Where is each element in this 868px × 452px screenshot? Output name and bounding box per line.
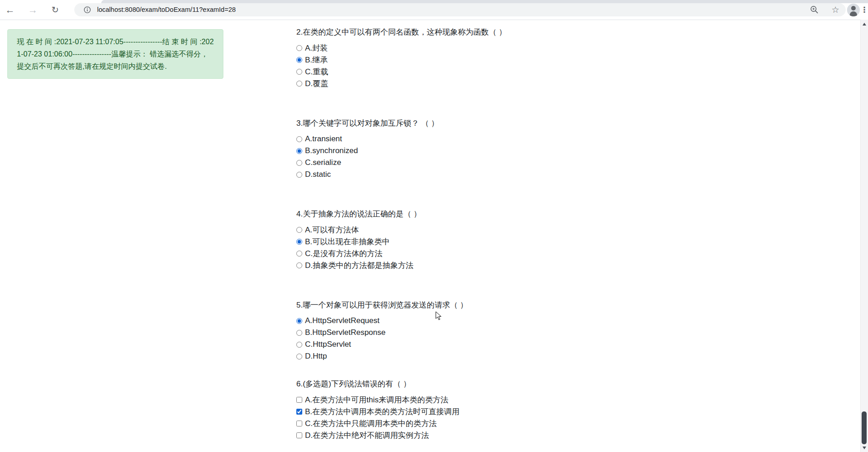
question-block: 3.哪个关键字可以对对象加互斥锁？ （ ） A.transient B.sync… xyxy=(296,118,439,180)
answer-option[interactable]: D.覆盖 xyxy=(296,77,506,89)
question-block: 2.在类的定义中可以有两个同名函数，这种现象称为函数（ ） A.封装 B.继承 … xyxy=(296,26,506,89)
question-block: 4.关于抽象方法的说法正确的是（ ） A.可以有方法体 B.可以出现在非抽象类中… xyxy=(296,208,421,271)
option-label: B.synchronized xyxy=(305,146,358,155)
forward-icon[interactable]: → xyxy=(25,0,41,20)
option-radio[interactable] xyxy=(296,330,302,336)
option-label: C.serialize xyxy=(305,158,341,167)
option-label: B.继承 xyxy=(305,55,328,65)
question-block: 5.哪一个对象可以用于获得浏览器发送的请求（ ） A.HttpServletRe… xyxy=(296,299,468,362)
question-options: A.transient B.synchronized C.serialize D… xyxy=(296,133,439,180)
question-options: A.在类方法中可用this来调用本类的类方法 B.在类方法中调用本类的类方法时可… xyxy=(296,394,460,441)
option-label: D.覆盖 xyxy=(305,78,328,89)
question-block: 6.(多选题)下列说法错误的有（ ） A.在类方法中可用this来调用本类的类方… xyxy=(296,378,460,441)
answer-option[interactable]: D.Http xyxy=(296,350,468,362)
option-label: D.抽象类中的方法都是抽象方法 xyxy=(305,260,413,271)
question-title: 4.关于抽象方法的说法正确的是（ ） xyxy=(296,208,421,220)
option-radio[interactable] xyxy=(296,136,302,142)
answer-option[interactable]: C.HttpServlet xyxy=(296,339,468,350)
option-label: B.HttpServletResponse xyxy=(305,328,386,337)
option-label: B.可以出现在非抽象类中 xyxy=(305,236,390,247)
browser-menu-icon[interactable]: ⋮ xyxy=(861,0,868,20)
option-checkbox[interactable] xyxy=(296,397,302,403)
scrollbar-thumb[interactable] xyxy=(862,411,867,444)
option-label: B.在类方法中调用本类的类方法时可直接调用 xyxy=(305,406,460,417)
exam-time-notice: 现 在 时 间 :2021-07-23 11:07:05------------… xyxy=(7,29,223,79)
zoom-icon[interactable] xyxy=(810,5,819,16)
answer-option[interactable]: D.static xyxy=(296,169,439,180)
option-radio[interactable] xyxy=(296,69,302,75)
option-radio[interactable] xyxy=(296,81,302,87)
option-radio[interactable] xyxy=(296,172,302,178)
option-label: C.是没有方法体的方法 xyxy=(305,248,382,259)
address-bar[interactable]: localhost:8080/exam/toDoExam/11?examId=2… xyxy=(74,3,846,16)
answer-option[interactable]: C.在类方法中只能调用本类中的类方法 xyxy=(296,417,460,429)
bookmark-star-icon[interactable]: ☆ xyxy=(832,3,839,16)
question-options: A.封装 B.继承 C.重载 D.覆盖 xyxy=(296,42,506,89)
profile-avatar[interactable] xyxy=(847,4,860,16)
option-label: A.transient xyxy=(305,134,342,144)
option-checkbox[interactable] xyxy=(296,432,302,438)
answer-option[interactable]: B.synchronized xyxy=(296,145,439,157)
option-radio[interactable] xyxy=(296,227,302,233)
option-radio[interactable] xyxy=(296,318,302,324)
answer-option[interactable]: B.在类方法中调用本类的类方法时可直接调用 xyxy=(296,406,460,417)
option-label: D.Http xyxy=(305,352,327,361)
option-radio[interactable] xyxy=(296,148,302,154)
answer-option[interactable]: C.重载 xyxy=(296,66,506,77)
answer-option[interactable]: B.继承 xyxy=(296,54,506,66)
question-title: 5.哪一个对象可以用于获得浏览器发送的请求（ ） xyxy=(296,299,468,311)
answer-option[interactable]: D.抽象类中的方法都是抽象方法 xyxy=(296,259,421,271)
answer-option[interactable]: A.封装 xyxy=(296,42,506,54)
back-icon[interactable]: ← xyxy=(2,0,18,20)
option-radio[interactable] xyxy=(296,342,302,348)
browser-toolbar: ← → ↻ localhost:8080/exam/toDoExam/11?ex… xyxy=(0,0,868,20)
answer-option[interactable]: C.serialize xyxy=(296,157,439,169)
question-options: A.可以有方法体 B.可以出现在非抽象类中 C.是没有方法体的方法 D.抽象类中… xyxy=(296,224,421,271)
answer-option[interactable]: C.是没有方法体的方法 xyxy=(296,247,421,259)
option-checkbox[interactable] xyxy=(296,409,302,415)
option-label: D.static xyxy=(305,170,331,179)
option-label: A.可以有方法体 xyxy=(305,225,359,235)
scrollbar-track[interactable] xyxy=(860,20,868,452)
option-label: A.HttpServletRequest xyxy=(305,316,379,325)
question-title: 2.在类的定义中可以有两个同名函数，这种现象称为函数（ ） xyxy=(296,26,506,38)
reload-icon[interactable]: ↻ xyxy=(47,0,63,20)
answer-option[interactable]: A.transient xyxy=(296,133,439,145)
option-label: C.重载 xyxy=(305,67,328,77)
scrollbar-up-arrow-icon[interactable] xyxy=(863,23,866,26)
option-label: A.在类方法中可用this来调用本类的类方法 xyxy=(305,395,449,405)
option-radio[interactable] xyxy=(296,45,302,51)
answer-option[interactable]: D.在类方法中绝对不能调用实例方法 xyxy=(296,429,460,441)
answer-option[interactable]: B.HttpServletResponse xyxy=(296,327,468,339)
question-title: 3.哪个关键字可以对对象加互斥锁？ （ ） xyxy=(296,118,439,129)
page-info-icon[interactable] xyxy=(83,6,91,15)
question-options: A.HttpServletRequest B.HttpServletRespon… xyxy=(296,315,468,362)
answer-option[interactable]: A.可以有方法体 xyxy=(296,224,421,236)
option-label: D.在类方法中绝对不能调用实例方法 xyxy=(305,430,429,441)
answer-option[interactable]: A.在类方法中可用this来调用本类的类方法 xyxy=(296,394,460,406)
option-radio[interactable] xyxy=(296,262,302,268)
option-radio[interactable] xyxy=(296,160,302,166)
option-label: A.封装 xyxy=(305,43,328,53)
option-radio[interactable] xyxy=(296,57,302,63)
option-label: C.在类方法中只能调用本类中的类方法 xyxy=(305,418,437,429)
option-radio[interactable] xyxy=(296,251,302,257)
url-text[interactable]: localhost:8080/exam/toDoExam/11?examId=2… xyxy=(97,3,236,16)
option-radio[interactable] xyxy=(296,354,302,360)
option-radio[interactable] xyxy=(296,239,302,245)
answer-option[interactable]: A.HttpServletRequest xyxy=(296,315,468,327)
question-title: 6.(多选题)下列说法错误的有（ ） xyxy=(296,378,460,390)
avatar-person-icon xyxy=(851,6,856,10)
option-checkbox[interactable] xyxy=(296,421,302,426)
answer-option[interactable]: B.可以出现在非抽象类中 xyxy=(296,236,421,247)
scrollbar-down-arrow-icon[interactable] xyxy=(863,447,866,449)
option-label: C.HttpServlet xyxy=(305,340,351,349)
tab-strip xyxy=(101,0,868,3)
